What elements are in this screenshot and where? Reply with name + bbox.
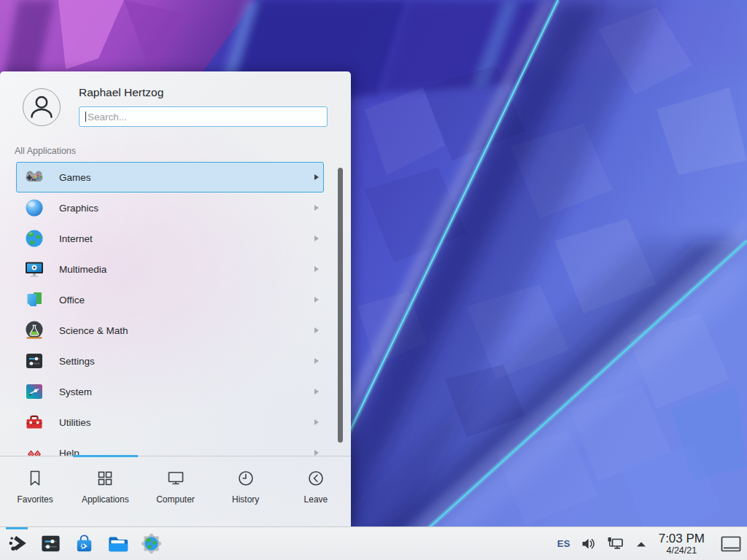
network-icon[interactable] <box>607 537 625 551</box>
category-label: Games <box>59 172 314 183</box>
category-item-settings[interactable]: Settings <box>16 346 324 376</box>
tab-label: Applications <box>82 494 129 505</box>
globe-icon <box>24 228 44 249</box>
active-task-indicator <box>6 527 28 529</box>
submenu-arrow-icon <box>314 327 319 333</box>
tab-leave[interactable]: Leave <box>281 456 351 526</box>
settings-sliders-icon <box>39 532 62 555</box>
submenu-arrow-icon <box>314 450 319 456</box>
help-icon <box>24 443 44 456</box>
grid-icon <box>96 469 115 488</box>
file-manager-button[interactable] <box>101 527 134 560</box>
scrollbar[interactable] <box>338 168 343 443</box>
application-launcher-menu: Raphael Hertzog All Applications Games <box>0 71 351 526</box>
system-sliders-icon <box>24 381 44 402</box>
tab-bar: Favorites Applications <box>0 456 351 526</box>
user-name: Raphael Hertzog <box>79 86 163 99</box>
tab-computer[interactable]: Computer <box>140 456 210 526</box>
tab-label: Favorites <box>17 494 53 505</box>
category-item-help[interactable]: Help <box>16 438 324 456</box>
keyboard-layout-indicator[interactable]: ES <box>557 538 570 549</box>
search-field-wrap <box>79 106 328 127</box>
category-item-science-math[interactable]: Science & Math <box>16 315 324 346</box>
search-input[interactable] <box>79 106 328 127</box>
app-menu-icon <box>6 532 28 555</box>
tab-history[interactable]: History <box>211 456 281 526</box>
discover-bag-icon <box>73 532 96 555</box>
clock-icon <box>236 469 255 488</box>
category-label: Graphics <box>59 203 314 214</box>
tab-label: History <box>232 494 259 505</box>
category-item-internet[interactable]: Internet <box>16 223 324 254</box>
gamepad-icon <box>24 167 44 187</box>
toolbox-icon <box>24 412 44 432</box>
monitor-icon <box>166 469 185 488</box>
clock[interactable]: 7:03 PM 4/24/21 <box>659 532 705 556</box>
submenu-arrow-icon <box>314 236 319 241</box>
leave-icon <box>306 469 325 488</box>
submenu-arrow-icon <box>314 419 319 425</box>
submenu-arrow-icon <box>314 389 319 394</box>
category-item-graphics[interactable]: Graphics <box>16 192 324 223</box>
web-browser-button[interactable] <box>134 527 168 560</box>
sliders-icon <box>24 351 44 371</box>
section-label: All Applications <box>15 146 76 156</box>
submenu-arrow-icon <box>314 205 319 211</box>
bookmark-icon <box>26 469 44 488</box>
desktop: Raphael Hertzog All Applications Games <box>0 0 747 560</box>
category-label: Utilities <box>59 417 314 428</box>
folder-icon <box>107 532 129 555</box>
discover-button[interactable] <box>67 527 101 560</box>
category-label: System <box>59 386 314 397</box>
category-item-games[interactable]: Games <box>16 162 324 192</box>
application-launcher-button[interactable] <box>0 527 34 560</box>
sphere-icon <box>24 198 44 218</box>
category-label: Multimedia <box>59 264 314 275</box>
clock-date: 4/24/21 <box>666 545 697 556</box>
tab-label: Leave <box>304 494 328 505</box>
taskbar: ES 7:03 <box>0 526 747 560</box>
tab-applications[interactable]: Applications <box>70 456 140 526</box>
submenu-arrow-icon <box>314 297 319 303</box>
submenu-arrow-icon <box>314 358 319 364</box>
category-item-multimedia[interactable]: Multimedia <box>16 254 324 284</box>
show-desktop-icon <box>721 536 741 552</box>
submenu-arrow-icon <box>314 266 319 272</box>
category-item-utilities[interactable]: Utilities <box>16 407 324 438</box>
globe-gear-icon <box>140 532 163 555</box>
category-list: Games Graphics <box>0 162 351 456</box>
flask-icon <box>24 320 44 341</box>
tab-label: Computer <box>156 494 195 505</box>
category-label: Internet <box>59 233 314 244</box>
category-item-office[interactable]: Office <box>16 284 324 315</box>
submenu-arrow-icon <box>314 174 319 180</box>
category-label: Science & Math <box>59 325 314 336</box>
text-caret <box>85 112 86 122</box>
category-item-system[interactable]: System <box>16 376 324 407</box>
system-tray: ES 7:03 <box>557 532 741 556</box>
category-label: Settings <box>59 356 314 367</box>
system-settings-button[interactable] <box>34 527 67 560</box>
category-label: Office <box>59 295 314 306</box>
tray-expander-icon[interactable] <box>635 540 647 548</box>
clock-time: 7:03 PM <box>659 532 705 545</box>
active-tab-indicator <box>73 455 138 457</box>
volume-icon[interactable] <box>581 537 597 551</box>
show-desktop-button[interactable] <box>721 536 741 552</box>
user-avatar[interactable] <box>23 88 61 126</box>
monitor-play-icon <box>24 259 44 279</box>
tab-favorites[interactable]: Favorites <box>0 456 70 526</box>
documents-icon <box>24 289 44 310</box>
user-icon <box>23 89 60 125</box>
